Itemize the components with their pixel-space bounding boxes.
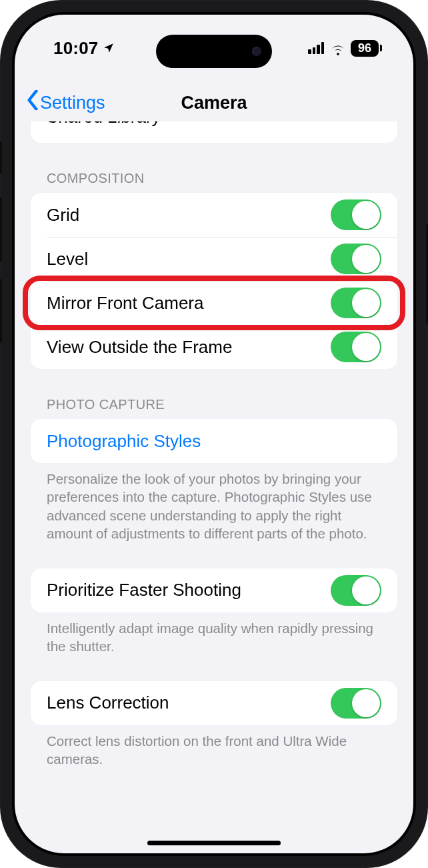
row-faster-shooting: Prioritize Faster Shooting bbox=[31, 568, 397, 612]
row-view-outside-label: View Outside the Frame bbox=[47, 337, 232, 358]
page-title: Camera bbox=[181, 93, 247, 113]
phone-rim: 10:07 96 bbox=[12, 12, 416, 856]
group-photographic-styles: Photographic Styles bbox=[31, 419, 397, 463]
row-mirror-label: Mirror Front Camera bbox=[47, 293, 203, 314]
row-level: Level bbox=[31, 237, 397, 281]
row-photographic-styles[interactable]: Photographic Styles bbox=[31, 419, 397, 463]
row-mirror-front-camera: Mirror Front Camera bbox=[31, 281, 397, 325]
toggle-lens-correction[interactable] bbox=[331, 688, 381, 719]
home-indicator[interactable] bbox=[147, 841, 281, 845]
row-view-outside-frame: View Outside the Frame bbox=[31, 325, 397, 369]
section-header-composition: COMPOSITION bbox=[47, 171, 381, 186]
phone-frame: 10:07 96 bbox=[0, 0, 428, 868]
row-faster-shooting-label: Prioritize Faster Shooting bbox=[47, 580, 241, 600]
cellular-icon bbox=[308, 42, 324, 54]
footer-lens-correction: Correct lens distortion on the front and… bbox=[47, 732, 381, 769]
content-scroll[interactable]: Shared Library COMPOSITION Grid Level Mi… bbox=[15, 15, 413, 853]
status-right: 96 bbox=[308, 40, 379, 57]
footer-faster-shooting: Intelligently adapt image quality when r… bbox=[47, 619, 381, 656]
row-photographic-styles-label: Photographic Styles bbox=[47, 431, 201, 452]
group-composition: Grid Level Mirror Front Camera View Outs… bbox=[31, 193, 397, 369]
battery-percent: 96 bbox=[358, 41, 371, 55]
screen: 10:07 96 bbox=[15, 15, 413, 853]
toggle-grid[interactable] bbox=[331, 199, 381, 230]
location-arrow-icon bbox=[103, 38, 115, 59]
group-lens-correction: Lens Correction bbox=[31, 681, 397, 725]
row-grid: Grid bbox=[31, 193, 397, 237]
front-camera-dot bbox=[252, 47, 261, 56]
toggle-level[interactable] bbox=[331, 244, 381, 274]
row-level-label: Level bbox=[47, 249, 88, 270]
toggle-view-outside-frame[interactable] bbox=[331, 332, 381, 362]
wifi-icon bbox=[329, 42, 345, 54]
row-grid-label: Grid bbox=[47, 205, 79, 226]
footer-photographic-styles: Personalize the look of your photos by b… bbox=[47, 470, 381, 543]
dynamic-island bbox=[156, 35, 272, 68]
row-lens-correction-label: Lens Correction bbox=[47, 693, 169, 713]
group-faster-shooting: Prioritize Faster Shooting bbox=[31, 568, 397, 612]
toggle-mirror-front-camera[interactable] bbox=[331, 288, 381, 318]
toggle-faster-shooting[interactable] bbox=[331, 575, 381, 606]
nav-bar: Settings Camera bbox=[15, 83, 413, 123]
row-lens-correction: Lens Correction bbox=[31, 681, 397, 725]
side-button-vol-up bbox=[0, 197, 2, 262]
battery-icon: 96 bbox=[351, 40, 379, 57]
side-button-vol-down bbox=[0, 279, 2, 343]
status-left: 10:07 bbox=[53, 38, 115, 59]
section-header-photo-capture: PHOTO CAPTURE bbox=[47, 397, 381, 412]
status-time: 10:07 bbox=[53, 38, 99, 59]
previous-group-peek: Shared Library bbox=[31, 121, 397, 143]
back-label: Settings bbox=[40, 93, 105, 113]
chevron-left-icon bbox=[27, 90, 39, 115]
back-button[interactable]: Settings bbox=[27, 90, 105, 115]
side-button-mute bbox=[0, 141, 2, 173]
